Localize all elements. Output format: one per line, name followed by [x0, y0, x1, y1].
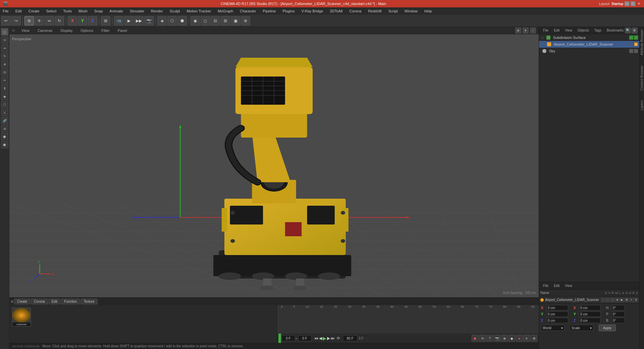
magnet-tool[interactable]: 🔗: [1, 117, 8, 124]
obj-indicator-7[interactable]: ≡: [629, 298, 633, 302]
menu-animate[interactable]: Animate: [108, 8, 124, 14]
objects-search[interactable]: 🔍: [625, 28, 631, 34]
loop-button[interactable]: ⟲: [479, 335, 486, 342]
texture-tool[interactable]: ⬢: [1, 141, 8, 148]
y-pos-input[interactable]: [546, 311, 568, 317]
display-shading-button[interactable]: ◉: [191, 16, 200, 26]
attr-file-menu[interactable]: File: [542, 283, 550, 288]
menu-corona[interactable]: Corona: [348, 8, 363, 14]
scene-item-lidar[interactable]: Airport_Ceilometer_LIDAR_Scanner ◈: [539, 41, 639, 48]
objects-edit-menu[interactable]: Edit: [552, 28, 561, 33]
material-editor-button[interactable]: ◈: [157, 16, 167, 26]
menu-create[interactable]: Create: [27, 8, 41, 14]
render-region-button[interactable]: 📹: [114, 16, 123, 26]
menu-motion-tracker[interactable]: Motion Tracker: [185, 8, 212, 14]
obj-indicator-8[interactable]: ⊛: [634, 298, 638, 302]
record-button[interactable]: ⏺: [472, 335, 478, 342]
display-viewport-button[interactable]: ⊞: [221, 16, 230, 26]
display-isoparm-button[interactable]: ⊟: [211, 16, 220, 26]
node-editor-button[interactable]: ⬢: [177, 16, 187, 26]
coord-system-button[interactable]: ⊞: [101, 16, 110, 26]
menu-sculpt[interactable]: Sculpt: [168, 8, 181, 14]
y-axis-button[interactable]: Y: [78, 16, 87, 26]
indicator-grey-1[interactable]: □: [629, 49, 633, 53]
material-thumbnail[interactable]: ceilomet: [12, 308, 31, 327]
vtab-layers[interactable]: Layers: [639, 99, 644, 112]
minimize-button[interactable]: —: [625, 1, 629, 6]
start-frame-input[interactable]: [298, 335, 312, 341]
knife-tool[interactable]: ⚔: [1, 109, 8, 116]
menu-script[interactable]: Script: [387, 8, 399, 14]
mat-edit-btn[interactable]: Edit: [49, 299, 60, 304]
rotate-button[interactable]: ↻: [55, 16, 64, 26]
scale-tool[interactable]: ⇔: [1, 44, 8, 52]
obj-indicator-6[interactable]: ⊞: [625, 298, 629, 302]
paint-tool[interactable]: ⬣: [1, 133, 8, 140]
vtab-attribute-browser[interactable]: Attribute Browser: [639, 28, 644, 57]
viewport-menu-display[interactable]: Display: [59, 28, 74, 33]
select-tool[interactable]: ◱: [1, 28, 8, 36]
obj-indicator-5[interactable]: ▶: [620, 298, 624, 302]
viewport-nav-1[interactable]: ⊕: [515, 28, 521, 34]
redo-button[interactable]: ↪: [11, 16, 21, 26]
sculpt-tool[interactable]: ⊛: [1, 125, 8, 132]
attr-view-menu[interactable]: View: [564, 283, 574, 288]
menu-select[interactable]: Select: [45, 8, 58, 14]
keyframe-button[interactable]: ◆: [508, 335, 515, 342]
scale-dropdown[interactable]: Scale ▾: [570, 325, 593, 331]
attr-edit-menu[interactable]: Edit: [552, 283, 561, 288]
world-dropdown[interactable]: World ▾: [541, 325, 565, 331]
scale-button[interactable]: ⇔: [45, 16, 54, 26]
objects-view-menu[interactable]: View: [564, 28, 574, 33]
viewport-3d[interactable]: X Y Z Perspective Grid Spacing : 100 cm: [9, 34, 539, 297]
extrude-tool[interactable]: ⬆: [1, 85, 8, 92]
b-input[interactable]: [611, 318, 625, 323]
z-axis-button[interactable]: Z: [88, 16, 97, 26]
mat-function-btn[interactable]: Function: [61, 299, 80, 304]
undo-button[interactable]: ↩: [1, 16, 11, 26]
objects-tags-menu[interactable]: Tags: [593, 28, 603, 33]
menu-window[interactable]: Window: [403, 8, 419, 14]
menu-mesh[interactable]: Mesh: [77, 8, 89, 14]
indicator-orange[interactable]: ◈: [634, 42, 638, 46]
y-extra-input[interactable]: [579, 311, 601, 317]
display-skeleton-button[interactable]: ⊛: [241, 16, 250, 26]
viewport-menu-panel[interactable]: Panel: [116, 28, 128, 33]
live-select-tool[interactable]: ⊕: [1, 60, 8, 68]
menu-snap[interactable]: Snap: [93, 8, 104, 14]
menu-plugins[interactable]: Plugins: [281, 8, 296, 14]
maximize-button[interactable]: □: [631, 1, 635, 6]
vtab-content-browser[interactable]: Content Browser: [639, 64, 644, 92]
bevel-tool[interactable]: ◆: [1, 93, 8, 100]
viewport-nav-2[interactable]: ✛: [523, 28, 529, 34]
objects-bookmarks-menu[interactable]: Bookmarks: [605, 28, 625, 33]
auto-key-button[interactable]: ●: [516, 335, 523, 342]
render-active-button[interactable]: ▶: [124, 16, 133, 26]
menu-simulate[interactable]: Simulate: [128, 8, 146, 14]
current-frame-input[interactable]: [282, 335, 295, 341]
move-tool[interactable]: ✛: [1, 36, 8, 44]
display-lines-button[interactable]: ◻: [201, 16, 210, 26]
viewport-nav-3[interactable]: ○: [530, 28, 536, 34]
menu-pipeline[interactable]: Pipeline: [261, 8, 277, 14]
close-button[interactable]: ✕: [637, 1, 641, 6]
menu-file[interactable]: File: [1, 8, 10, 14]
z-extra-input[interactable]: [579, 318, 601, 323]
obj-indicator-1[interactable]: ○: [601, 298, 605, 302]
move-button[interactable]: ✛: [35, 16, 44, 26]
menu-redshift[interactable]: Redshift: [367, 8, 383, 14]
timeline-track[interactable]: [277, 311, 539, 334]
viewport-menu-cameras[interactable]: Cameras: [36, 28, 54, 33]
live-select-button[interactable]: ⊕: [24, 16, 34, 26]
x-pos-input[interactable]: [546, 305, 568, 310]
objects-settings[interactable]: ⚙: [632, 28, 638, 34]
viewport-menu-filter[interactable]: Filter: [100, 28, 111, 33]
bridge-tool[interactable]: ⬡: [1, 101, 8, 108]
obj-indicator-4[interactable]: ⊕: [615, 298, 619, 302]
obj-indicator-2[interactable]: □: [606, 298, 610, 302]
objects-file-menu[interactable]: File: [542, 28, 550, 33]
scene-item-subdivision[interactable]: ⊞ Subdivision Surface ✓ ✓: [539, 34, 639, 41]
param-button[interactable]: ≡: [523, 335, 530, 342]
indicator-visible[interactable]: ✓: [629, 36, 633, 40]
rotate-tool[interactable]: ↻: [1, 52, 8, 60]
